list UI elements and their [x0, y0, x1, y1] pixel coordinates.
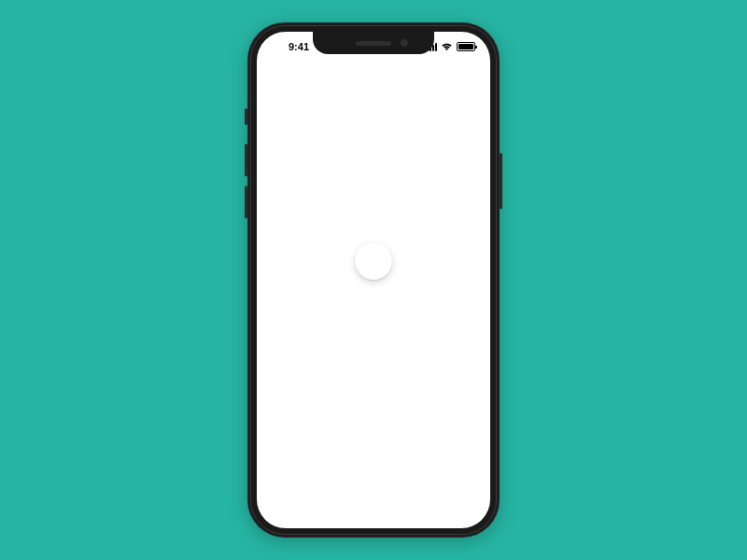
speaker-grille: [356, 41, 391, 46]
wifi-icon: [441, 42, 453, 51]
phone-notch: [313, 32, 434, 54]
phone-screen: 9:41: [257, 32, 490, 528]
battery-level: [458, 44, 473, 49]
front-camera: [401, 39, 408, 47]
volume-up-button[interactable]: [245, 144, 247, 176]
power-button[interactable]: [500, 153, 502, 209]
screen-content: [257, 32, 490, 528]
volume-down-button[interactable]: [245, 186, 247, 218]
center-circular-button[interactable]: [355, 243, 392, 280]
phone-device-frame: 9:41: [247, 22, 500, 538]
silence-switch[interactable]: [245, 108, 247, 125]
battery-icon: [457, 42, 475, 51]
